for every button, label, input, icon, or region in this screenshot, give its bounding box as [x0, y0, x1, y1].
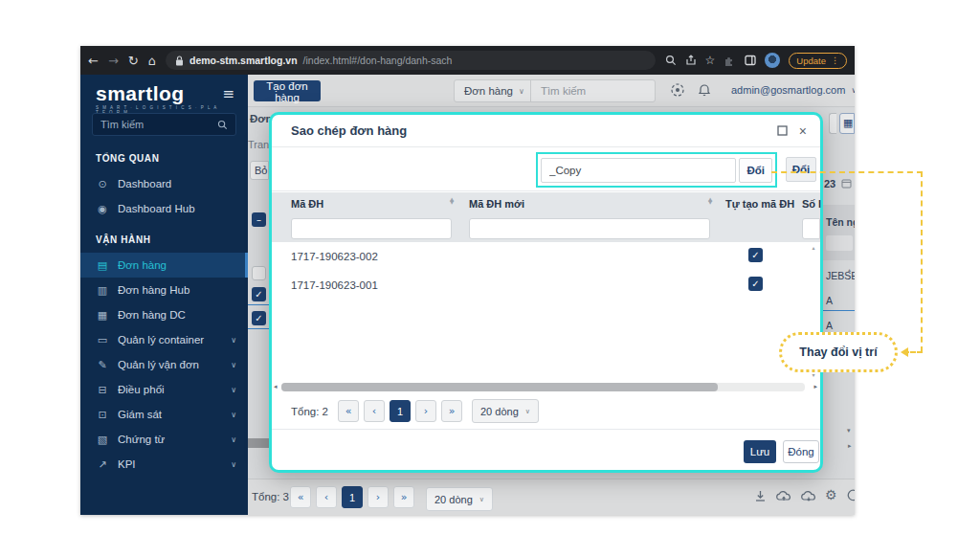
sidebar-item-quan-ly-van-don[interactable]: ✎ Quản lý vận đơn ∨ [80, 352, 248, 377]
column-header[interactable]: Mã ĐH [291, 198, 323, 210]
toolbar-button-fragment[interactable] [829, 113, 836, 134]
table-row[interactable]: 1717-190623-001 ✓ [272, 271, 808, 300]
sidebar-item-don-hang-hub[interactable]: ▥ Đơn hàng Hub [80, 278, 248, 302]
sidebar-item-dashboard-hub[interactable]: ◉ Dashboard Hub [80, 196, 248, 221]
change-suffix-button[interactable]: Đổi [739, 158, 772, 183]
bookmark-star-icon[interactable]: ☆ [705, 55, 716, 66]
update-button[interactable]: Update ⋮ [789, 53, 847, 69]
close-icon[interactable]: × [799, 123, 807, 139]
page-size-value: 20 dòng [434, 494, 473, 505]
refresh-icon[interactable] [846, 488, 855, 502]
scroll-up-icon[interactable]: ▴ [848, 266, 851, 273]
chevron-down-icon: ∨ [519, 87, 524, 96]
change-suffix-button-old-position[interactable]: Đổi [786, 157, 816, 182]
forward-icon[interactable]: → [108, 55, 119, 67]
home-icon[interactable]: ⌂ [148, 55, 156, 67]
filter-input[interactable] [802, 218, 820, 239]
tab-panel-icon[interactable] [745, 55, 756, 66]
profile-avatar[interactable] [765, 53, 780, 68]
waybill-icon: ✎ [96, 359, 109, 371]
close-button[interactable]: Đóng [783, 440, 819, 463]
sidebar-collapse-icon[interactable]: ≡ [222, 85, 234, 102]
first-page-button[interactable]: « [338, 400, 359, 422]
filter-input[interactable] [469, 218, 710, 239]
gear-icon[interactable]: ⚙ [825, 487, 837, 502]
back-icon[interactable]: ← [88, 55, 99, 67]
suffix-input[interactable] [541, 158, 736, 183]
global-search-placeholder[interactable]: Tìm kiếm [531, 85, 586, 97]
hscrollbar-track[interactable] [281, 383, 805, 391]
grid-columns-icon[interactable]: ▦ [839, 113, 855, 134]
monitor-icon: ⊡ [96, 409, 109, 421]
scroll-down-icon[interactable]: ▾ [847, 427, 851, 434]
suffix-row: Đổi Đổi [272, 147, 820, 191]
sidebar-item-kpi[interactable]: ↗ KPI ∨ [80, 452, 248, 477]
create-order-button[interactable]: Tạo đơn hàng [254, 80, 321, 101]
cloud-upload-icon[interactable] [775, 489, 792, 503]
modal-total-count: Tổng: 2 [291, 406, 328, 417]
last-page-button[interactable]: » [393, 486, 414, 508]
sidebar-item-dieu-phoi[interactable]: ⊟ Điều phối ∨ [80, 377, 248, 402]
sort-icon[interactable]: ▲▼ [708, 198, 712, 204]
last-page-button[interactable]: » [441, 400, 462, 422]
column-header[interactable]: Số l [802, 198, 821, 210]
cloud-download-icon[interactable] [800, 489, 817, 503]
user-email: admin@gosmartlog.com [731, 84, 845, 96]
next-page-button[interactable]: › [368, 486, 389, 508]
sidebar-item-don-hang[interactable]: ▤ Đơn hàng [80, 253, 248, 278]
kebab-menu-icon[interactable]: ⋮ [831, 56, 839, 65]
auto-code-checkbox[interactable]: ✓ [748, 277, 763, 291]
search-scope-dropdown[interactable]: Đơn hàng ∨ [455, 80, 531, 101]
modal-hscrollbar[interactable]: ◂ ▸ [272, 380, 820, 393]
sidebar-item-dashboard[interactable]: ⊙ Dashboard [80, 171, 248, 196]
scroll-right-icon[interactable]: ▸ [813, 383, 817, 390]
sidebar-search[interactable] [92, 113, 236, 136]
share-icon[interactable] [685, 55, 697, 66]
prev-page-button[interactable]: ‹ [316, 486, 337, 508]
row-checkbox[interactable]: ✓ [252, 287, 266, 301]
scroll-up-icon: ▴ [812, 244, 814, 251]
row-checkbox[interactable] [252, 266, 266, 280]
zoom-search-icon[interactable] [665, 55, 677, 66]
sidebar-search-input[interactable] [100, 119, 217, 130]
notifications-bell-icon[interactable] [698, 82, 711, 97]
current-page-button[interactable]: 1 [342, 486, 363, 508]
hscrollbar-thumb[interactable] [281, 383, 718, 391]
scroll-left-icon[interactable]: ◂ [274, 383, 278, 390]
modal-table-body: 1717-190623-002 ✓ 1717-190623-001 ✓ ▴ ▾ [272, 242, 820, 380]
column-header[interactable]: Mã ĐH mới [469, 198, 524, 210]
maximize-icon[interactable] [777, 125, 788, 136]
url-bar[interactable]: demo-stm.smartlog.vn /index.html#/don-ha… [166, 51, 656, 70]
table-row[interactable]: 1717-190623-002 ✓ [272, 242, 808, 271]
reload-icon[interactable]: ↻ [128, 55, 139, 67]
modal-page-size-dropdown[interactable]: 20 dòng ∨ [472, 399, 539, 423]
target-tracking-icon[interactable] [670, 82, 685, 98]
download-icon[interactable] [753, 489, 768, 503]
sort-icon[interactable]: ▲▼ [450, 198, 454, 204]
auto-code-checkbox[interactable]: ✓ [748, 248, 763, 262]
column-header[interactable]: Tự tạo mã ĐH [725, 198, 794, 210]
filter-input-fragment[interactable] [826, 235, 853, 251]
next-page-button[interactable]: › [415, 400, 436, 422]
modal-filter-row [272, 216, 820, 242]
scroll-right-icon[interactable]: ▸ [848, 442, 852, 450]
first-page-button[interactable]: « [290, 486, 311, 508]
cell-fragment: A [826, 320, 833, 331]
sidebar-item-chung-tu[interactable]: ▧ Chứng từ ∨ [80, 427, 248, 452]
sidebar-item-quan-ly-container[interactable]: ▭ Quản lý container ∨ [80, 327, 248, 352]
row-checkbox[interactable]: ✓ [252, 311, 266, 325]
select-all-checkbox[interactable]: – [252, 212, 266, 227]
extensions-puzzle-icon[interactable] [724, 55, 736, 67]
save-button[interactable]: Lưu [744, 440, 776, 463]
sidebar-item-giam-sat[interactable]: ⊡ Giám sát ∨ [80, 402, 248, 427]
annotation-connector-horizontal [771, 171, 923, 173]
filter-input[interactable] [291, 218, 452, 239]
clear-filter-button-fragment[interactable]: Bỏ [250, 161, 269, 180]
prev-page-button[interactable]: ‹ [364, 400, 385, 422]
current-page-button[interactable]: 1 [390, 400, 411, 422]
annotation-text: Thay đổi vị trí [799, 345, 877, 359]
user-menu[interactable]: admin@gosmartlog.com ∨ [731, 84, 855, 96]
search-icon [217, 120, 228, 130]
page-size-dropdown[interactable]: 20 dòng ∨ [426, 487, 493, 511]
sidebar-item-don-hang-dc[interactable]: ▦ Đơn hàng DC [80, 302, 248, 327]
